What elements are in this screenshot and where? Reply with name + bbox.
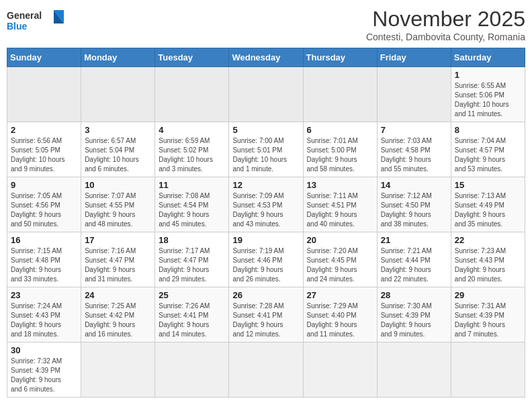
day-cell: 13Sunrise: 7:11 AM Sunset: 4:51 PM Dayli… [303, 177, 377, 232]
day-cell: 21Sunrise: 7:21 AM Sunset: 4:44 PM Dayli… [377, 232, 451, 287]
day-info: Sunrise: 7:28 AM Sunset: 4:41 PM Dayligh… [232, 302, 299, 339]
header-thursday: Thursday [303, 48, 377, 67]
day-info: Sunrise: 6:59 AM Sunset: 5:02 PM Dayligh… [159, 136, 225, 174]
day-cell: 6Sunrise: 7:01 AM Sunset: 5:00 PM Daylig… [303, 122, 377, 177]
day-info: Sunrise: 7:01 AM Sunset: 5:00 PM Dayligh… [307, 136, 373, 174]
day-info: Sunrise: 7:23 AM Sunset: 4:43 PM Dayligh… [455, 246, 521, 284]
day-cell: 23Sunrise: 7:24 AM Sunset: 4:43 PM Dayli… [7, 287, 81, 342]
day-number: 2 [11, 125, 77, 135]
day-info: Sunrise: 7:08 AM Sunset: 4:54 PM Dayligh… [159, 191, 225, 229]
calendar-table: SundayMondayTuesdayWednesdayThursdayFrid… [7, 48, 525, 398]
day-info: Sunrise: 7:31 AM Sunset: 4:39 PM Dayligh… [455, 302, 521, 339]
day-info: Sunrise: 7:11 AM Sunset: 4:51 PM Dayligh… [307, 191, 373, 229]
day-number: 8 [455, 125, 521, 135]
day-cell [81, 67, 155, 122]
day-cell: 17Sunrise: 7:16 AM Sunset: 4:47 PM Dayli… [81, 232, 155, 287]
day-number: 15 [455, 180, 521, 190]
day-info: Sunrise: 7:07 AM Sunset: 4:55 PM Dayligh… [85, 191, 151, 229]
day-number: 16 [11, 235, 77, 245]
header-friday: Friday [377, 48, 451, 67]
day-number: 26 [232, 290, 299, 300]
page-header: General Blue November 2025 Contesti, Dam… [7, 7, 525, 42]
day-cell [303, 67, 377, 122]
day-info: Sunrise: 7:32 AM Sunset: 4:39 PM Dayligh… [11, 357, 77, 394]
day-info: Sunrise: 7:13 AM Sunset: 4:49 PM Dayligh… [455, 191, 521, 229]
day-info: Sunrise: 7:25 AM Sunset: 4:42 PM Dayligh… [85, 302, 151, 339]
day-cell: 1Sunrise: 6:55 AM Sunset: 5:06 PM Daylig… [451, 67, 525, 122]
day-cell: 28Sunrise: 7:30 AM Sunset: 4:39 PM Dayli… [377, 287, 451, 342]
day-number: 3 [85, 125, 151, 135]
day-number: 7 [381, 125, 447, 135]
day-cell: 11Sunrise: 7:08 AM Sunset: 4:54 PM Dayli… [155, 177, 229, 232]
header-monday: Monday [81, 48, 155, 67]
day-number: 14 [381, 180, 447, 190]
svg-text:Blue: Blue [7, 21, 28, 32]
day-cell: 16Sunrise: 7:15 AM Sunset: 4:48 PM Dayli… [7, 232, 81, 287]
day-info: Sunrise: 6:56 AM Sunset: 5:05 PM Dayligh… [11, 136, 77, 174]
day-number: 1 [455, 70, 521, 80]
header-saturday: Saturday [451, 48, 525, 67]
day-cell: 8Sunrise: 7:04 AM Sunset: 4:57 PM Daylig… [451, 122, 525, 177]
day-number: 24 [85, 290, 151, 300]
day-info: Sunrise: 7:09 AM Sunset: 4:53 PM Dayligh… [232, 191, 299, 229]
header-wednesday: Wednesday [229, 48, 303, 67]
day-info: Sunrise: 7:29 AM Sunset: 4:40 PM Dayligh… [307, 302, 373, 339]
header-row: SundayMondayTuesdayWednesdayThursdayFrid… [7, 48, 525, 67]
day-number: 4 [159, 125, 225, 135]
day-number: 27 [307, 290, 373, 300]
day-cell [229, 342, 303, 398]
day-number: 30 [11, 345, 77, 355]
day-number: 21 [381, 235, 447, 245]
day-info: Sunrise: 7:30 AM Sunset: 4:39 PM Dayligh… [381, 302, 447, 339]
day-cell [377, 67, 451, 122]
day-cell [451, 342, 525, 398]
day-number: 23 [11, 290, 77, 300]
day-cell: 24Sunrise: 7:25 AM Sunset: 4:42 PM Dayli… [81, 287, 155, 342]
week-row-5: 30Sunrise: 7:32 AM Sunset: 4:39 PM Dayli… [7, 342, 525, 398]
day-info: Sunrise: 7:12 AM Sunset: 4:50 PM Dayligh… [381, 191, 447, 229]
day-info: Sunrise: 7:19 AM Sunset: 4:46 PM Dayligh… [232, 246, 299, 284]
header-sunday: Sunday [7, 48, 81, 67]
day-info: Sunrise: 7:21 AM Sunset: 4:44 PM Dayligh… [381, 246, 447, 284]
day-info: Sunrise: 7:04 AM Sunset: 4:57 PM Dayligh… [455, 136, 521, 174]
logo-icon: General Blue [7, 7, 67, 37]
day-cell [7, 67, 81, 122]
day-number: 5 [232, 125, 299, 135]
week-row-4: 23Sunrise: 7:24 AM Sunset: 4:43 PM Dayli… [7, 287, 525, 342]
day-number: 11 [159, 180, 225, 190]
day-number: 6 [307, 125, 373, 135]
day-number: 9 [11, 180, 77, 190]
week-row-3: 16Sunrise: 7:15 AM Sunset: 4:48 PM Dayli… [7, 232, 525, 287]
day-cell: 2Sunrise: 6:56 AM Sunset: 5:05 PM Daylig… [7, 122, 81, 177]
day-info: Sunrise: 7:24 AM Sunset: 4:43 PM Dayligh… [11, 302, 77, 339]
day-cell: 3Sunrise: 6:57 AM Sunset: 5:04 PM Daylig… [81, 122, 155, 177]
day-cell: 29Sunrise: 7:31 AM Sunset: 4:39 PM Dayli… [451, 287, 525, 342]
calendar-subtitle: Contesti, Dambovita County, Romania [366, 32, 525, 42]
day-number: 17 [85, 235, 151, 245]
day-cell [377, 342, 451, 398]
day-cell [229, 67, 303, 122]
day-info: Sunrise: 7:26 AM Sunset: 4:41 PM Dayligh… [159, 302, 225, 339]
day-cell: 18Sunrise: 7:17 AM Sunset: 4:47 PM Dayli… [155, 232, 229, 287]
day-number: 20 [307, 235, 373, 245]
day-cell [303, 342, 377, 398]
day-info: Sunrise: 7:15 AM Sunset: 4:48 PM Dayligh… [11, 246, 77, 284]
day-number: 18 [159, 235, 225, 245]
logo: General Blue [7, 7, 67, 37]
day-info: Sunrise: 7:05 AM Sunset: 4:56 PM Dayligh… [11, 191, 77, 229]
day-info: Sunrise: 6:55 AM Sunset: 5:06 PM Dayligh… [455, 81, 521, 119]
day-cell: 26Sunrise: 7:28 AM Sunset: 4:41 PM Dayli… [229, 287, 303, 342]
day-cell: 15Sunrise: 7:13 AM Sunset: 4:49 PM Dayli… [451, 177, 525, 232]
day-info: Sunrise: 7:20 AM Sunset: 4:45 PM Dayligh… [307, 246, 373, 284]
day-number: 12 [232, 180, 299, 190]
day-cell: 4Sunrise: 6:59 AM Sunset: 5:02 PM Daylig… [155, 122, 229, 177]
week-row-1: 2Sunrise: 6:56 AM Sunset: 5:05 PM Daylig… [7, 122, 525, 177]
day-cell: 10Sunrise: 7:07 AM Sunset: 4:55 PM Dayli… [81, 177, 155, 232]
day-cell [81, 342, 155, 398]
header-tuesday: Tuesday [155, 48, 229, 67]
day-cell [155, 67, 229, 122]
day-cell: 27Sunrise: 7:29 AM Sunset: 4:40 PM Dayli… [303, 287, 377, 342]
day-cell: 22Sunrise: 7:23 AM Sunset: 4:43 PM Dayli… [451, 232, 525, 287]
day-cell: 19Sunrise: 7:19 AM Sunset: 4:46 PM Dayli… [229, 232, 303, 287]
day-cell: 30Sunrise: 7:32 AM Sunset: 4:39 PM Dayli… [7, 342, 81, 398]
